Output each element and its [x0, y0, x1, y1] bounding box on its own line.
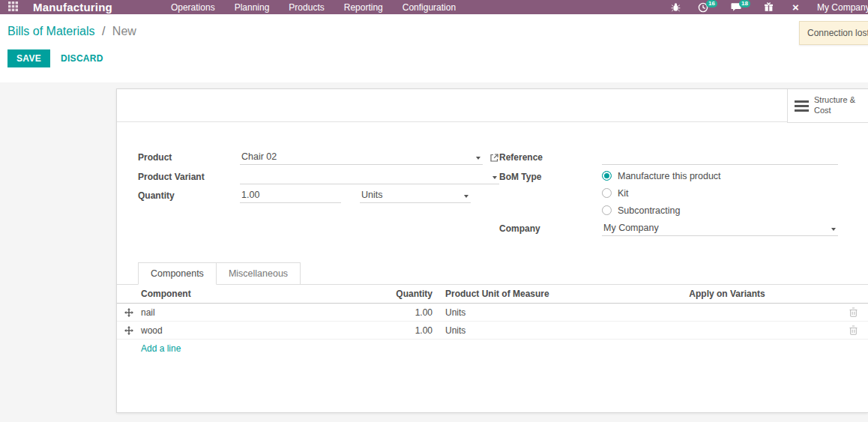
form-left-column: Product Chair 02 Product Variant [138, 150, 499, 239]
header-apply-on-variants[interactable]: Apply on Variants [633, 289, 822, 299]
delete-row-trash-icon[interactable] [849, 307, 858, 317]
cell-uom[interactable]: Units [433, 307, 633, 318]
product-external-link-icon[interactable] [489, 152, 499, 166]
add-line-row: Add a line [117, 340, 868, 358]
uom-field[interactable]: Units [360, 188, 471, 203]
company-label: Company [499, 221, 602, 234]
close-icon[interactable]: × [790, 1, 801, 13]
debug-bug-icon[interactable] [670, 1, 681, 13]
structure-cost-button[interactable]: Structure & Cost [787, 89, 868, 123]
activities-clock-icon[interactable]: 16 [697, 1, 708, 13]
save-button[interactable]: SAVE [7, 49, 50, 67]
breadcrumb-parent-link[interactable]: Bills of Materials [7, 25, 94, 37]
table-row[interactable]: nail 1.00 Units [117, 304, 868, 322]
statusbar [117, 89, 868, 122]
cell-component[interactable]: wood [141, 325, 373, 336]
menu-planning[interactable]: Planning [235, 2, 270, 13]
product-caret-down-icon[interactable] [476, 157, 480, 160]
product-variant-field[interactable] [240, 169, 499, 184]
cell-uom[interactable]: Units [433, 325, 633, 336]
product-field[interactable]: Chair 02 [240, 150, 483, 165]
product-variant-caret-down-icon[interactable] [492, 176, 497, 179]
add-a-line-link[interactable]: Add a line [141, 343, 181, 354]
gift-icon[interactable] [763, 1, 774, 13]
header-uom[interactable]: Product Unit of Measure [433, 289, 633, 299]
radio-manufacture-this-product[interactable]: Manufacture this product [602, 171, 721, 181]
quantity-field[interactable]: 1.00 [240, 188, 341, 203]
tab-components[interactable]: Components [138, 262, 217, 285]
quantity-label: Quantity [138, 188, 240, 201]
menu-configuration[interactable]: Configuration [403, 2, 456, 13]
header-component[interactable]: Component [141, 289, 373, 299]
product-label: Product [138, 150, 240, 163]
quantity-row: Quantity 1.00 Units [138, 188, 499, 207]
product-variant-row: Product Variant [138, 169, 499, 188]
messages-badge: 18 [739, 0, 750, 7]
components-table: Component Quantity Product Unit of Measu… [117, 285, 868, 358]
structure-cost-label: Structure & Cost [814, 95, 861, 116]
cell-quantity[interactable]: 1.00 [373, 325, 433, 336]
drag-handle-icon[interactable] [124, 326, 133, 335]
quantity-value: 1.00 [241, 190, 259, 200]
cell-quantity[interactable]: 1.00 [373, 307, 433, 318]
topbar: Manufacturing Operations Planning Produc… [0, 0, 868, 14]
form-fields: Product Chair 02 Product Variant [117, 122, 868, 239]
uom-caret-down-icon[interactable] [464, 195, 468, 198]
company-value: My Company [603, 223, 659, 233]
messages-chat-icon[interactable]: 18 [730, 1, 741, 13]
table-header-row: Component Quantity Product Unit of Measu… [117, 285, 868, 304]
content-area: Structure & Cost Product Chair 02 [0, 82, 868, 422]
company-switcher[interactable]: My Company [817, 2, 868, 13]
reference-label: Reference [499, 150, 602, 163]
radio-kit[interactable]: Kit [602, 188, 721, 199]
discard-button[interactable]: DISCARD [61, 53, 103, 64]
radio-unselected-icon [602, 205, 612, 215]
apps-menu-button[interactable] [0, 0, 25, 14]
company-caret-down-icon[interactable] [831, 228, 836, 231]
bom-type-radio-group: Manufacture this product Kit Subcontract… [602, 169, 721, 216]
systray: 16 18 × My Company [670, 0, 868, 14]
company-row: Company My Company [499, 221, 838, 240]
radio-selected-icon [602, 171, 612, 181]
notebook-tabs: Components Miscellaneous [117, 262, 868, 285]
menu-operations[interactable]: Operations [171, 2, 215, 13]
reference-field[interactable] [602, 150, 838, 165]
breadcrumb: Bills of Materials / New [7, 25, 868, 38]
app-name[interactable]: Manufacturing [33, 1, 112, 13]
apps-grid-icon [8, 1, 18, 13]
menu-reporting[interactable]: Reporting [344, 2, 383, 13]
bars-icon [795, 100, 809, 112]
connection-lost-toast: Connection lost. [799, 21, 868, 45]
radio-unselected-icon [602, 188, 612, 198]
delete-row-trash-icon[interactable] [849, 325, 858, 335]
form-right-column: Reference BoM Type Manufacture this prod… [499, 150, 838, 239]
bom-type-label: BoM Type [499, 169, 602, 182]
tab-miscellaneous[interactable]: Miscellaneous [217, 262, 301, 285]
reference-row: Reference [499, 150, 838, 169]
menu-products[interactable]: Products [289, 2, 324, 13]
company-field[interactable]: My Company [602, 221, 838, 236]
cell-component[interactable]: nail [141, 307, 373, 318]
activities-badge: 16 [706, 0, 717, 7]
bom-type-row: BoM Type Manufacture this product Kit [499, 169, 838, 216]
product-variant-label: Product Variant [138, 169, 240, 182]
form-sheet: Structure & Cost Product Chair 02 [116, 88, 868, 413]
breadcrumb-current: New [112, 25, 136, 37]
top-menu: Operations Planning Products Reporting C… [171, 2, 456, 13]
control-panel-buttons: SAVE DISCARD [7, 49, 868, 67]
product-value: Chair 02 [241, 151, 277, 162]
drag-handle-icon[interactable] [124, 308, 133, 317]
uom-value: Units [361, 190, 382, 200]
product-row: Product Chair 02 [138, 150, 499, 169]
breadcrumb-separator: / [102, 25, 105, 37]
table-row[interactable]: wood 1.00 Units [117, 322, 868, 340]
control-panel: Bills of Materials / New SAVE DISCARD [0, 14, 868, 82]
radio-subcontracting[interactable]: Subcontracting [602, 205, 721, 216]
header-quantity[interactable]: Quantity [373, 289, 433, 299]
